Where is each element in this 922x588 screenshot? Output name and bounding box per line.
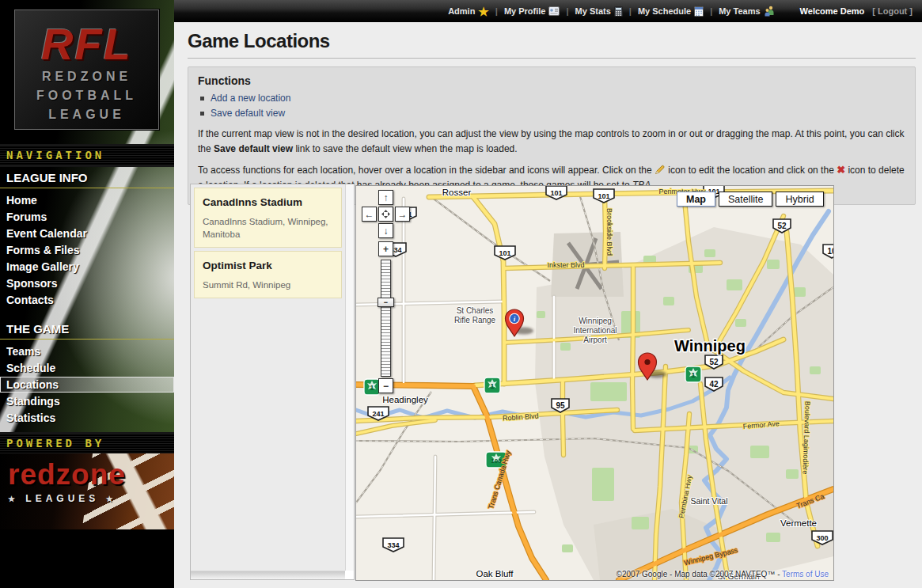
page-title: Game Locations bbox=[188, 30, 916, 59]
pan-center-icon bbox=[381, 210, 390, 218]
sidebar-item-sponsors[interactable]: Sponsors bbox=[0, 275, 174, 291]
brand-name: redzone bbox=[8, 458, 174, 491]
topbar-my-stats-link[interactable]: My Stats bbox=[575, 6, 623, 17]
svg-text:Winnipeg: Winnipeg bbox=[674, 337, 746, 355]
svg-text:1: 1 bbox=[691, 370, 696, 379]
map-label: Rosser bbox=[442, 188, 472, 197]
topbar-my-profile-link[interactable]: My Profile bbox=[504, 6, 560, 16]
separator: | bbox=[495, 6, 498, 16]
svg-text:Headingley: Headingley bbox=[382, 395, 428, 404]
sidebar-item-forums[interactable]: Forums bbox=[0, 209, 174, 225]
logout-button[interactable]: [ Logout ] bbox=[872, 6, 913, 16]
map-park bbox=[750, 446, 769, 458]
trans-canada-shield: 1 bbox=[484, 377, 500, 393]
svg-text:1: 1 bbox=[490, 381, 495, 390]
pan-left-button[interactable]: ← bbox=[362, 207, 377, 222]
location-name: Optimist Park bbox=[203, 260, 333, 271]
redzone-leagues-logo: redzone ★ LEAGUES ★ bbox=[0, 453, 174, 529]
map-park bbox=[766, 533, 780, 542]
svg-text:334: 334 bbox=[387, 541, 399, 549]
svg-text:Rosser: Rosser bbox=[442, 188, 472, 197]
trans-canada-shield: 1 bbox=[685, 366, 701, 382]
bullet-square-icon bbox=[200, 112, 204, 116]
map-label: Brookside Blvd bbox=[605, 208, 613, 256]
terms-of-use-link[interactable]: Terms of Use bbox=[782, 570, 829, 579]
my-stats-label: My Stats bbox=[575, 6, 611, 16]
map-park bbox=[663, 297, 674, 305]
map-label: Oak Bluff bbox=[476, 569, 514, 579]
svg-text:Rifle Range: Rifle Range bbox=[454, 316, 496, 324]
logo-abbr: RFL bbox=[15, 21, 158, 67]
map-type-satellite-button[interactable]: Satellite bbox=[719, 192, 772, 207]
sidebar-item-schedule[interactable]: Schedule bbox=[0, 360, 174, 376]
add-location-link[interactable]: Add a new location bbox=[211, 93, 290, 104]
map-type-hybrid-button[interactable]: Hybrid bbox=[776, 192, 823, 207]
sidebar-item-forms-files[interactable]: Forms & Files bbox=[0, 242, 174, 258]
sidebar-item-locations[interactable]: Locations bbox=[0, 377, 174, 393]
map-type-map-button[interactable]: Map bbox=[677, 192, 715, 207]
topbar-my-teams-link[interactable]: My Teams bbox=[719, 6, 774, 17]
sidebar-item-image-gallery[interactable]: Image Gallery bbox=[0, 259, 174, 275]
brand-subtitle: ★ LEAGUES ★ bbox=[8, 493, 174, 504]
id-card-icon bbox=[548, 6, 560, 16]
sidebar: RFL REDZONE FOOTBALL LEAGUE NAVIGATION L… bbox=[0, 0, 174, 588]
sidebar-item-event-calendar[interactable]: Event Calendar bbox=[0, 226, 174, 241]
map-road bbox=[605, 193, 605, 268]
horizontal-scrollbar[interactable] bbox=[191, 571, 345, 579]
map-type-buttons: Map Satellite Hybrid bbox=[673, 192, 824, 207]
pan-up-button[interactable]: ↑ bbox=[378, 190, 393, 205]
location-cards: CanadInns Stadium CanadInns Stadium, Win… bbox=[191, 184, 345, 571]
sidebar-nav: LEAGUE INFO Home Forums Event Calendar F… bbox=[0, 166, 174, 435]
sidebar-item-statistics[interactable]: Statistics bbox=[0, 410, 174, 426]
topbar: Admin ★ | My Profile | My Stats | My Sch… bbox=[174, 0, 922, 22]
save-default-view-link[interactable]: Save default view bbox=[211, 108, 285, 119]
map-canvas[interactable]: 1011011011012213343342415252429530010111… bbox=[356, 186, 833, 580]
svg-text:St Charles: St Charles bbox=[457, 306, 494, 315]
sidebar-item-home[interactable]: Home bbox=[0, 192, 174, 208]
map-park bbox=[767, 260, 780, 269]
para2-text-mid: icon to edit the location and click on t… bbox=[666, 165, 837, 176]
my-schedule-label: My Schedule bbox=[638, 6, 691, 16]
sidebar-item-standings[interactable]: Standings bbox=[0, 393, 174, 409]
svg-text:101: 101 bbox=[550, 189, 562, 197]
zoom-in-button[interactable]: + bbox=[378, 241, 393, 256]
svg-text:Inkster Blvd: Inkster Blvd bbox=[547, 261, 584, 269]
para2-text: To access functions for each location, h… bbox=[198, 165, 655, 176]
pan-down-button[interactable]: ↓ bbox=[378, 223, 393, 238]
map-park bbox=[704, 249, 715, 257]
app-root: RFL REDZONE FOOTBALL LEAGUE NAVIGATION L… bbox=[0, 0, 922, 588]
svg-text:Airport: Airport bbox=[583, 336, 607, 344]
zoom-out-button[interactable]: − bbox=[378, 378, 393, 393]
pan-right-button[interactable]: → bbox=[395, 207, 410, 222]
list-item: Save default view bbox=[198, 108, 905, 119]
map-park bbox=[590, 382, 627, 401]
map-park bbox=[562, 544, 573, 552]
the-game-list: Teams Schedule Locations Standings Stati… bbox=[0, 343, 174, 426]
trans-canada-shield: 1 bbox=[364, 379, 380, 395]
map-park bbox=[632, 517, 649, 529]
map-label: Winnipeg bbox=[579, 317, 612, 325]
zoom-slider-handle[interactable]: − bbox=[378, 298, 394, 307]
map-park bbox=[537, 311, 545, 318]
sidebar-item-contacts[interactable]: Contacts bbox=[0, 292, 174, 308]
location-name: CanadInns Stadium bbox=[203, 196, 333, 208]
topbar-my-schedule-link[interactable]: My Schedule bbox=[638, 6, 704, 17]
svg-text:Winnipeg: Winnipeg bbox=[579, 317, 612, 325]
scrollbar-corner bbox=[345, 571, 354, 579]
pan-center-button[interactable] bbox=[378, 207, 393, 222]
svg-text:Vermette: Vermette bbox=[780, 518, 817, 528]
locations-sidebar-panel: CanadInns Stadium CanadInns Stadium, Win… bbox=[190, 184, 355, 580]
svg-text:52: 52 bbox=[777, 222, 787, 230]
para1-text-end: link to save the default view when the m… bbox=[293, 143, 518, 154]
topbar-admin-link[interactable]: Admin ★ bbox=[448, 6, 489, 17]
instructions-paragraph-1: If the current map view is not in the de… bbox=[198, 127, 905, 156]
zoom-slider-track[interactable] bbox=[381, 260, 391, 377]
map-park bbox=[735, 319, 746, 327]
location-card-canadinns[interactable]: CanadInns Stadium CanadInns Stadium, Win… bbox=[194, 188, 342, 248]
sidebar-item-teams[interactable]: Teams bbox=[0, 343, 174, 359]
vertical-scrollbar[interactable] bbox=[345, 184, 354, 571]
location-card-optimist[interactable]: Optimist Park Summit Rd, Winnipeg bbox=[194, 251, 342, 298]
map-label: Vermette bbox=[780, 518, 817, 528]
map-label: International bbox=[573, 326, 617, 335]
star-icon: ★ bbox=[106, 495, 117, 503]
